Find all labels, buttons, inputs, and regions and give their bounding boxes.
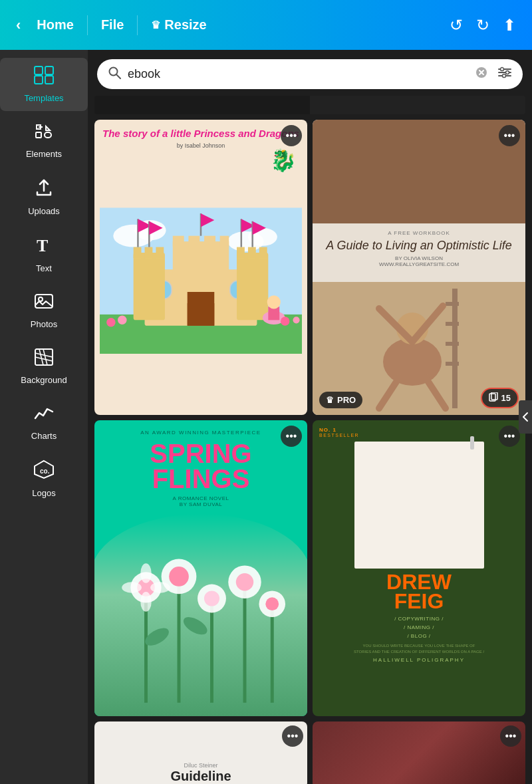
text-label: Text <box>36 263 52 273</box>
castle-svg <box>100 152 302 410</box>
sidebar-item-templates[interactable]: Templates <box>0 58 88 111</box>
search-bar <box>97 59 523 89</box>
uploads-label: Uploads <box>28 206 60 216</box>
content-area: The story of a little Princess and Drago… <box>88 50 532 784</box>
card4-tagline: YOU SHOULD WRITE BECAUSE YOU LOVE THE SH… <box>354 643 484 654</box>
main-layout: Templates Elements <box>0 50 532 784</box>
pages-badge: 15 <box>481 388 519 408</box>
svg-point-102 <box>122 583 142 594</box>
save-button[interactable]: ⬆ <box>503 16 516 35</box>
partial-card-5[interactable]: Diluc Steiner Guideline ••• <box>94 721 307 784</box>
nav-divider-2 <box>137 15 138 35</box>
svg-point-66 <box>281 317 290 326</box>
svg-rect-57 <box>204 236 215 247</box>
sidebar-item-text[interactable]: T Text <box>0 227 88 281</box>
home-nav[interactable]: Home <box>29 13 82 37</box>
logos-label: Logos <box>32 488 55 498</box>
svg-rect-58 <box>220 236 229 247</box>
partial-card-6[interactable]: ••• <box>313 721 525 784</box>
svg-point-95 <box>204 591 219 606</box>
collapse-panel-button[interactable] <box>519 400 532 434</box>
sidebar-item-uploads[interactable]: Uploads <box>0 170 88 224</box>
svg-rect-4 <box>45 132 51 138</box>
card4-bestseller: Bestseller <box>319 433 359 438</box>
svg-rect-0 <box>35 66 43 74</box>
svg-rect-7 <box>35 295 53 308</box>
svg-point-63 <box>267 295 281 309</box>
card5-more-button[interactable]: ••• <box>282 725 303 747</box>
svg-point-24 <box>501 68 504 71</box>
card6-more-button[interactable]: ••• <box>500 725 521 747</box>
photos-icon <box>34 292 54 315</box>
card2-author: BY OLIVIA WILSONWWW.REALLYGREATSITE.COM <box>319 255 519 267</box>
sidebar-item-elements[interactable]: Elements <box>0 114 88 167</box>
svg-point-67 <box>293 317 299 323</box>
redo-button[interactable]: ↻ <box>476 16 489 35</box>
card2-more-button[interactable]: ••• <box>499 125 520 146</box>
svg-rect-41 <box>145 247 153 259</box>
resize-nav[interactable]: ♛ Resize <box>143 13 214 37</box>
nav-divider <box>87 15 88 35</box>
svg-rect-55 <box>173 236 184 247</box>
undo-button[interactable]: ↺ <box>450 16 463 35</box>
card4-services: / COPYWRITING // NAMING // BLOG / <box>394 615 444 640</box>
card4-clip <box>470 436 474 450</box>
template-card-2[interactable]: A FREE WORKBOOK A Guide to Living an Opt… <box>313 120 525 415</box>
card3-subtitle: AN AWARD WINNING MASTERPIECE <box>140 430 261 436</box>
pro-crown-icon: ♛ <box>326 395 334 405</box>
back-button[interactable]: ‹ <box>11 14 26 37</box>
sidebar: Templates Elements <box>0 50 88 784</box>
card4-paper <box>354 442 484 569</box>
search-input[interactable] <box>128 67 468 81</box>
svg-point-101 <box>140 592 152 612</box>
sidebar-item-charts[interactable]: Charts <box>0 396 88 449</box>
clear-search-button[interactable] <box>475 66 488 82</box>
card1-author: by Isabel Johnson <box>177 142 225 149</box>
topbar: ‹ Home File ♛ Resize ↺ ↻ ⬆ <box>0 0 532 50</box>
pages-icon <box>489 392 498 404</box>
card3-flowers <box>94 514 307 716</box>
text-icon: T <box>34 235 54 259</box>
sidebar-item-background[interactable]: Background <box>0 340 88 393</box>
svg-line-12 <box>39 349 43 365</box>
card1-title: The story of a little Princess and Drago… <box>102 128 299 140</box>
card2-content: A FREE WORKBOOK A Guide to Living an Opt… <box>313 223 525 283</box>
dragon-decoration: 🐉 <box>270 148 297 173</box>
card4-no1: NO. 1 <box>319 427 336 433</box>
template-card-1[interactable]: The story of a little Princess and Drago… <box>94 120 307 415</box>
template-card-3[interactable]: AN AWARD WINNING MASTERPIECE SPRINGFLING… <box>94 420 307 716</box>
svg-rect-56 <box>188 236 200 247</box>
charts-icon <box>34 404 54 427</box>
svg-rect-1 <box>45 66 53 74</box>
template-card-4[interactable]: NO. 1 Bestseller DREWFEIG / COPYWRITING … <box>313 420 525 716</box>
svg-point-65 <box>118 316 127 325</box>
svg-point-99 <box>265 598 279 611</box>
svg-rect-70 <box>446 302 459 306</box>
svg-text:co.: co. <box>40 467 50 475</box>
partial-top-card[interactable] <box>94 96 525 114</box>
background-icon <box>34 348 54 371</box>
svg-rect-69 <box>452 289 458 408</box>
card5-author: Diluc Steiner <box>184 762 217 769</box>
sidebar-item-photos[interactable]: Photos <box>0 284 88 337</box>
card1-more-button[interactable]: ••• <box>281 125 302 146</box>
card3-title: SPRINGFLINGS <box>150 441 251 491</box>
svg-point-103 <box>150 583 170 594</box>
svg-rect-40 <box>134 247 142 259</box>
svg-text:T: T <box>37 236 48 255</box>
svg-rect-43 <box>237 247 245 259</box>
file-nav[interactable]: File <box>93 13 132 37</box>
sidebar-item-logos[interactable]: co. Logos <box>0 452 88 506</box>
svg-point-97 <box>236 573 253 590</box>
svg-point-25 <box>506 71 509 74</box>
svg-point-26 <box>503 74 506 78</box>
svg-rect-71 <box>446 322 459 326</box>
elements-icon <box>34 122 54 145</box>
templates-icon <box>34 66 54 89</box>
svg-rect-42 <box>156 247 164 259</box>
svg-rect-2 <box>35 76 43 84</box>
svg-rect-39 <box>237 253 268 320</box>
charts-label: Charts <box>31 431 57 441</box>
filter-button[interactable] <box>497 66 512 82</box>
svg-rect-44 <box>248 247 256 259</box>
